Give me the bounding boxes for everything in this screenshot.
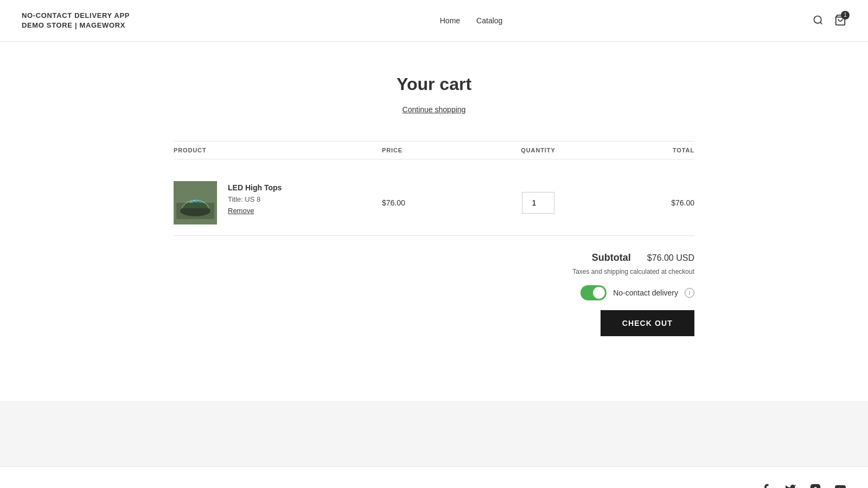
header-icons: 1 <box>813 14 846 28</box>
header-quantity: QUANTITY <box>486 147 590 153</box>
cart-table-header: PRODUCT PRICE QUANTITY TOTAL <box>174 141 694 159</box>
product-details: LED High Tops Title: US 8 Remove <box>228 181 282 215</box>
facebook-link[interactable] <box>760 483 771 488</box>
svg-point-7 <box>199 201 201 203</box>
product-info: LED High Tops Title: US 8 Remove <box>174 181 382 224</box>
product-variant: Title: US 8 <box>228 195 282 203</box>
instagram-icon <box>809 483 821 488</box>
facebook-icon <box>760 483 771 488</box>
youtube-icon <box>834 483 846 488</box>
cart-button[interactable]: 1 <box>834 14 846 28</box>
twitter-icon <box>784 483 796 488</box>
continue-shopping-link[interactable]: Continue shopping <box>174 105 694 114</box>
footer-gray-area <box>0 401 868 466</box>
search-button[interactable] <box>813 15 824 27</box>
site-header: NO-CONTACT DELIVERY APP DEMO STORE | MAG… <box>0 0 868 42</box>
quantity-input[interactable] <box>522 192 554 214</box>
quantity-cell <box>486 192 590 214</box>
cart-badge: 1 <box>841 11 850 20</box>
tax-note: Taxes and shipping calculated at checkou… <box>572 268 694 275</box>
cart-summary: Subtotal $76.00 USD Taxes and shipping c… <box>174 252 694 336</box>
svg-point-0 <box>814 16 821 23</box>
youtube-link[interactable] <box>834 483 846 488</box>
page-title: Your cart <box>174 74 694 94</box>
header-price: PRICE <box>382 147 486 153</box>
info-icon[interactable]: i <box>685 288 694 298</box>
main-nav: Home Catalog <box>440 16 503 25</box>
site-footer <box>0 466 868 488</box>
cart-table: PRODUCT PRICE QUANTITY TOTAL <box>174 141 694 236</box>
site-logo: NO-CONTACT DELIVERY APP DEMO STORE | MAG… <box>22 11 130 30</box>
svg-point-5 <box>192 201 194 203</box>
checkout-button[interactable]: CHECK OUT <box>601 310 694 336</box>
search-icon <box>813 15 824 25</box>
product-image-svg <box>174 181 217 224</box>
subtotal-label: Subtotal <box>592 252 631 264</box>
twitter-link[interactable] <box>784 483 796 488</box>
main-content: Your cart Continue shopping PRODUCT PRIC… <box>163 42 705 369</box>
svg-point-4 <box>180 206 210 216</box>
product-name: LED High Tops <box>228 183 282 192</box>
no-contact-toggle[interactable] <box>580 285 607 300</box>
total-cell: $76.00 <box>590 198 694 207</box>
table-row: LED High Tops Title: US 8 Remove $76.00 … <box>174 170 694 236</box>
nav-home[interactable]: Home <box>440 16 460 25</box>
header-product: PRODUCT <box>174 147 382 153</box>
product-image <box>174 181 217 224</box>
nav-catalog[interactable]: Catalog <box>476 16 502 25</box>
svg-rect-3 <box>174 181 217 224</box>
subtotal-value: $76.00 USD <box>647 253 694 263</box>
svg-line-1 <box>820 22 822 24</box>
svg-point-6 <box>195 200 197 202</box>
instagram-link[interactable] <box>809 483 821 488</box>
no-contact-row: No-contact delivery i <box>580 285 694 300</box>
header-total: TOTAL <box>590 147 694 153</box>
price-cell: $76.00 <box>382 198 486 207</box>
subtotal-row: Subtotal $76.00 USD <box>592 252 694 264</box>
remove-button[interactable]: Remove <box>228 207 282 215</box>
no-contact-label: No-contact delivery <box>613 288 678 297</box>
toggle-slider <box>580 285 607 300</box>
